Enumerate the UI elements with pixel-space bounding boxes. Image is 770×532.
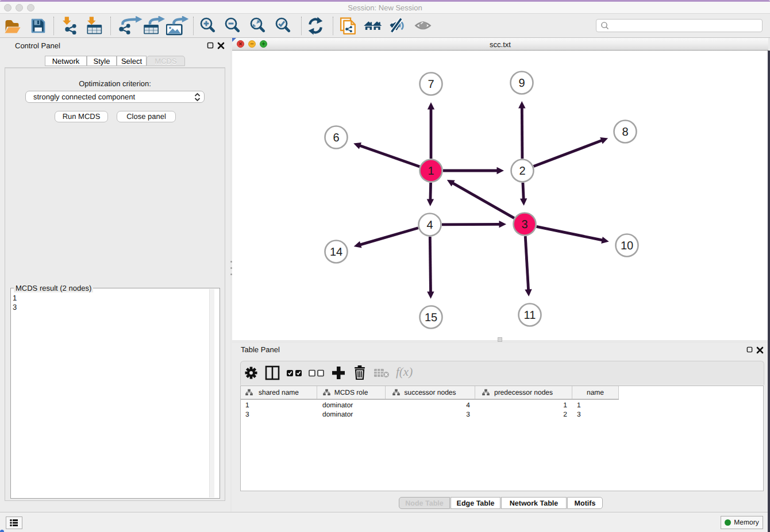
svg-text:1: 1: [428, 165, 434, 178]
svg-text:11: 11: [524, 309, 536, 322]
svg-text:3: 3: [521, 218, 528, 231]
svg-text:10: 10: [621, 240, 633, 252]
svg-text:4: 4: [426, 219, 433, 232]
svg-text:15: 15: [425, 311, 437, 324]
svg-text:6: 6: [333, 132, 339, 144]
svg-text:9: 9: [518, 77, 525, 90]
svg-text:8: 8: [622, 126, 628, 138]
svg-text:2: 2: [519, 165, 525, 178]
svg-text:14: 14: [330, 246, 342, 259]
svg-text:7: 7: [428, 78, 434, 91]
